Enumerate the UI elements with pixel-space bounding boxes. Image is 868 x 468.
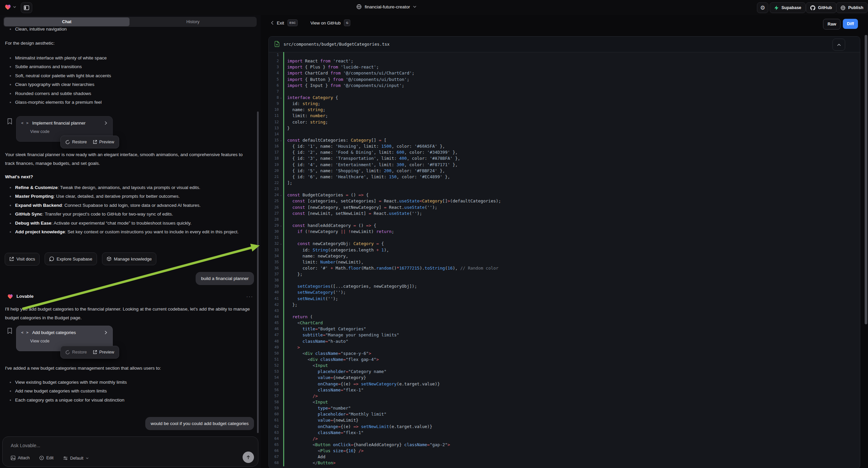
list-item: Add project knowledge: Set key context o… (5, 228, 245, 236)
raw-toggle-button[interactable]: Raw (823, 19, 840, 30)
code-editor[interactable]: 12import React from 'react';3import { Pl… (269, 52, 860, 468)
user-message-bubble: would be cool if you could add budget ca… (145, 417, 254, 430)
diff-toggle-button[interactable]: Diff (843, 19, 858, 29)
lovable-menu-button[interactable] (5, 4, 16, 10)
code-line: 37 }; (269, 271, 860, 277)
model-selector[interactable]: Default (63, 456, 89, 461)
preview-button[interactable]: Preview (93, 140, 114, 144)
arrow-up-icon (246, 455, 250, 460)
design-bullet-list: Minimalist interface with plenty of whit… (5, 54, 111, 107)
external-link-icon (93, 140, 97, 144)
supabase-button[interactable]: Supabase (770, 2, 806, 13)
manage-knowledge-button[interactable]: Manage knowledge (102, 253, 157, 265)
code-line: 64 /> (269, 436, 860, 442)
restore-icon (65, 140, 70, 144)
code-line: 17 { id: '2', name: 'Food & Dining', lim… (269, 149, 860, 155)
chevron-right-icon (105, 331, 107, 334)
code-line: 52 <Input (269, 362, 860, 369)
code-line: 29⌄ const handleAddCategory = () => { (269, 223, 860, 229)
chat-scrollbar[interactable] (257, 112, 259, 433)
list-item: Rounded corners and subtle shadows (5, 89, 111, 98)
code-line: 49 > (269, 345, 860, 351)
code-line: 15⌄const defaultCategories: Category[] =… (269, 137, 860, 143)
code-line: 59 type="number" (269, 405, 860, 411)
file-path-bar[interactable]: src/components/budget/BudgetCategories.t… (269, 37, 860, 52)
list-item: Subtle animations and transitions (5, 62, 111, 71)
code-line: 47 subtitle="Manage your spending limits… (269, 332, 860, 338)
list-item: View existing budget categories with the… (5, 378, 127, 387)
version-hover-toolbar: Restore Preview (60, 346, 119, 358)
tab-history[interactable]: History (130, 18, 256, 26)
code-line: 8⌄interface Category { (269, 95, 860, 101)
code-line: 41 setNewLimit(''); (269, 296, 860, 302)
view-code-link[interactable]: View code (30, 339, 49, 344)
preview-button[interactable]: Preview (93, 350, 114, 354)
code-line: 25 const [categories, setCategories] = R… (269, 198, 860, 204)
edit-mode-button[interactable]: Edit (39, 456, 54, 460)
code-line: 10 name: string; (269, 107, 860, 113)
code-line: 57 /> (269, 393, 860, 399)
exit-button[interactable]: Exit (277, 21, 284, 26)
code-line: 68 </Button> (269, 460, 860, 466)
view-on-github-button[interactable]: View on GitHub (310, 21, 341, 26)
collapse-file-button[interactable] (832, 39, 845, 51)
code-line: 35 limit: Number(newLimit), (269, 259, 860, 265)
project-switcher[interactable]: financial-future-creator (356, 4, 416, 9)
send-button[interactable] (243, 451, 254, 463)
restore-button[interactable]: Restore (65, 140, 87, 144)
image-icon (11, 456, 16, 460)
attach-button[interactable]: Attach (11, 456, 30, 460)
assistant-message: I'll help you add budget categories to t… (5, 305, 252, 322)
code-icon: < > (21, 121, 29, 125)
restore-button[interactable]: Restore (65, 350, 87, 354)
code-line: 39 setCategories([...categories, newCate… (269, 283, 860, 289)
gear-icon: ⚙ (760, 5, 765, 11)
code-line: 3import { Plus } from 'lucide-react'; (269, 64, 860, 70)
code-line: 14 (269, 131, 860, 137)
message-menu-button[interactable]: ··· (246, 293, 253, 299)
code-line: 63 className="flex-1" (269, 430, 860, 436)
code-line: 38 (269, 277, 860, 283)
version-hover-toolbar: Restore Preview (60, 136, 119, 148)
explore-supabase-button[interactable]: Explore Supabase (44, 253, 97, 265)
code-scrollbar[interactable] (865, 35, 867, 324)
settings-button[interactable]: ⚙ (757, 2, 768, 13)
bookmark-icon[interactable] (7, 118, 12, 124)
list-item: Add new budget categories with custom li… (5, 387, 127, 396)
code-line: 4import ChartCard from '@/components/ui/… (269, 70, 860, 76)
code-line: 60 placeholder="Monthly limit" (269, 411, 860, 417)
list-item: Debug with Ease: Activate our experiment… (5, 219, 245, 228)
code-line: 67 Add (269, 454, 860, 460)
file-added-icon (275, 41, 279, 47)
g-key-badge: G (344, 20, 350, 26)
sidebar-toggle-button[interactable] (21, 2, 32, 13)
code-line: 42 }; (269, 302, 860, 308)
publish-button[interactable]: Publish (836, 2, 868, 13)
list-item: Each category gets a unique color for vi… (5, 396, 127, 405)
visit-docs-button[interactable]: Visit docs (5, 253, 39, 266)
chat-input[interactable]: Ask Lovable... (11, 443, 40, 448)
chevron-down-icon (86, 457, 89, 459)
github-button[interactable]: GitHub (806, 2, 836, 13)
bookmark-icon[interactable] (7, 328, 12, 334)
chat-composer[interactable]: Ask Lovable... Attach Edit Default (2, 436, 258, 467)
list-item: Minimalist interface with plenty of whit… (5, 54, 111, 62)
list-item: Master Prompting: Use clear, detailed, a… (5, 192, 245, 201)
list-item: Refine & Customize: Tweak the design, an… (5, 183, 245, 192)
added-features-list: View existing budget categories with the… (5, 378, 127, 405)
code-line: 44 return ( (269, 314, 860, 320)
code-line: 33 id: String(categories.length + 1), (269, 247, 860, 253)
code-line: 66 <Plus size={16} /> (269, 448, 860, 454)
code-line: 7 (269, 89, 860, 95)
code-line: 61 value={newLimit} (269, 417, 860, 423)
code-line: 50 <div className="space-y-6"> (269, 351, 860, 356)
code-line: 28 (269, 216, 860, 223)
code-line: 24⌄const BudgetCategories = () => { (269, 192, 860, 198)
lovable-heart-icon (5, 4, 11, 10)
list-item: Clean typography with clear hierarchies (5, 80, 111, 89)
view-code-link[interactable]: View code (30, 129, 49, 134)
target-icon (39, 456, 44, 460)
chat-panel: Chat History Clean, intuitive navigation… (0, 15, 261, 468)
code-line: 32⌄ const newCategoryObj: Category = { (269, 241, 860, 247)
chevron-down-icon (413, 6, 416, 8)
